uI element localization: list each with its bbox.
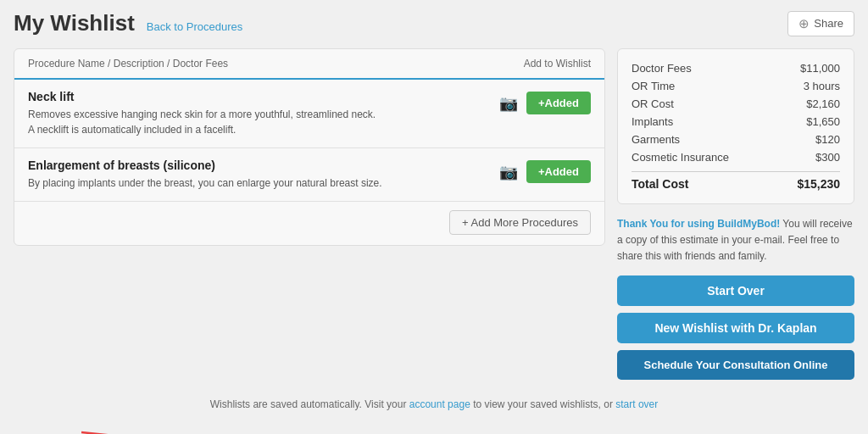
left-panel: Procedure Name / Description / Doctor Fe… [14,48,605,246]
cost-value: $2,160 [806,97,840,110]
arrow-container [14,424,854,434]
thank-you-highlight: Thank You for using BuildMyBod! [617,218,780,230]
total-value: $15,230 [797,177,840,191]
start-over-link[interactable]: start over [615,398,658,410]
procedure-row: Neck lift Removes excessive hanging neck… [14,80,604,148]
new-wishlist-button[interactable]: New Wishlist with Dr. Kaplan [617,313,854,343]
footer-note: Wishlists are saved automatically. Visit… [14,398,854,410]
cost-table: Doctor Fees $11,000 OR Time 3 hours OR C… [617,48,854,204]
added-button[interactable]: +Added [526,160,591,183]
header-left: My Wishlist Back to Procedures [14,10,242,36]
cost-value: $11,000 [800,62,840,75]
col1-header: Procedure Name / Description / Doctor Fe… [28,58,228,70]
right-panel: Doctor Fees $11,000 OR Time 3 hours OR C… [617,48,854,387]
arrow-svg [81,424,607,434]
total-label: Total Cost [632,177,688,191]
procedure-actions: 📷 +Added [491,160,591,183]
procedure-info: Neck lift Removes excessive hanging neck… [28,90,491,137]
main-content: Procedure Name / Description / Doctor Fe… [14,48,854,387]
cost-value: 3 hours [804,80,840,92]
cost-row-implants: Implants $1,650 [632,113,840,131]
cost-label: Garments [632,133,680,146]
cost-value: $1,650 [806,115,840,128]
cost-value: $120 [815,133,840,146]
procedure-row-inner: Neck lift Removes excessive hanging neck… [28,90,591,137]
procedure-row-inner: Enlargement of breasts (silicone) By pla… [28,159,591,191]
cost-row-or-cost: OR Cost $2,160 [632,95,840,113]
footer-prefix: Wishlists are saved automatically. Visit… [210,398,409,410]
cost-label: Implants [632,115,673,128]
page-header: My Wishlist Back to Procedures ⊕ Share [14,10,854,36]
account-page-link[interactable]: account page [409,398,470,410]
back-to-procedures-link[interactable]: Back to Procedures [147,20,242,33]
cost-row-total: Total Cost $15,230 [632,171,840,193]
add-more-procedures-button[interactable]: + Add More Procedures [449,210,591,235]
thank-you-box: Thank You for using BuildMyBod! You will… [617,216,854,265]
cost-row-or-time: OR Time 3 hours [632,77,840,95]
camera-icon: 📷 [499,163,518,181]
footer-middle: to view your saved wishlists, or [470,398,615,410]
procedure-name: Enlargement of breasts (silicone) [28,159,491,172]
schedule-consultation-button[interactable]: Schedule Your Consultation Online [617,350,854,380]
page-title: My Wishlist [14,10,135,36]
cost-row-insurance: Cosmetic Insurance $300 [632,148,840,166]
added-button[interactable]: +Added [526,92,591,114]
cost-row-doctor-fees: Doctor Fees $11,000 [632,59,840,77]
plus-icon: ⊕ [798,16,810,31]
cost-value: $300 [815,151,840,164]
share-label: Share [814,17,843,30]
procedure-actions: 📷 +Added [491,92,591,114]
start-over-button[interactable]: Start Over [617,275,854,306]
procedure-info: Enlargement of breasts (silicone) By pla… [28,159,491,191]
share-button[interactable]: ⊕ Share [787,11,854,36]
procedure-desc: Removes excessive hanging neck skin for … [28,107,384,137]
procedure-desc: By placing implants under the breast, yo… [28,175,384,191]
table-header: Procedure Name / Description / Doctor Fe… [14,49,604,80]
cost-label: OR Cost [632,97,674,110]
col2-header: Add to Wishlist [524,58,591,70]
cost-row-garments: Garments $120 [632,131,840,148]
camera-icon: 📷 [499,94,518,113]
add-more-row: + Add More Procedures [14,202,604,245]
cost-label: OR Time [632,80,675,92]
cost-label: Cosmetic Insurance [632,151,729,164]
procedure-row: Enlargement of breasts (silicone) By pla… [14,148,604,202]
procedure-name: Neck lift [28,90,491,103]
cost-label: Doctor Fees [632,62,692,75]
